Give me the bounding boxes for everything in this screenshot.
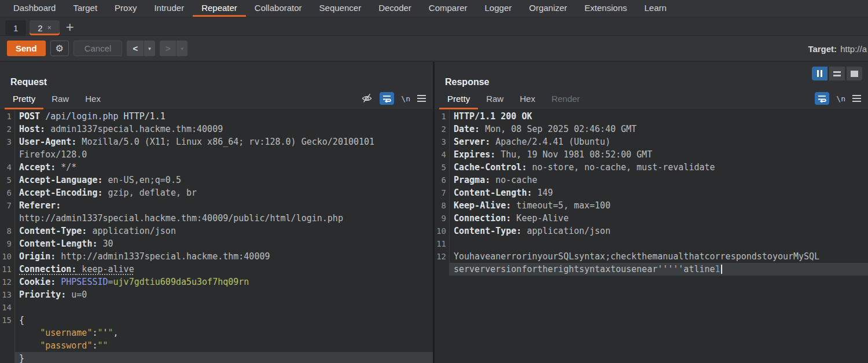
line-number: 13 [0, 288, 15, 301]
menu-item-sequencer[interactable]: Sequencer [311, 0, 370, 17]
code-line: 13Priority: u=0 [0, 288, 433, 301]
line-number: 12 [0, 276, 15, 288]
code-token: Accept: [19, 162, 56, 173]
code-token: /api/login.php [45, 111, 118, 122]
code-line: 8Content-Type: application/json [0, 225, 433, 237]
line-content: Referer: [15, 199, 433, 212]
code-token: Referer: [19, 200, 61, 211]
code-token: Accept-Encoding: [19, 188, 103, 198]
code-line: 3Server: Apache/2.4.41 (Ubuntu) [435, 135, 868, 148]
menu-item-intruder[interactable]: Intruder [145, 0, 193, 17]
menu-item-decoder[interactable]: Decoder [370, 0, 420, 17]
request-view-tab-hex[interactable]: Hex [77, 90, 109, 109]
rows-layout-icon[interactable] [829, 67, 845, 80]
code-token: Server: [454, 137, 490, 147]
show-newlines-icon[interactable]: \n [836, 94, 845, 103]
menu-item-learn[interactable]: Learn [635, 0, 675, 17]
repeater-tab-1[interactable]: 1 [5, 20, 26, 35]
line-number: 4 [435, 148, 450, 161]
menu-item-repeater[interactable]: Repeater [193, 0, 246, 17]
code-token: Thu, 19 Nov 1981 08:52:00 GMT [495, 149, 652, 160]
target-value: http://a [840, 44, 867, 54]
menu-item-comparer[interactable]: Comparer [420, 0, 476, 17]
back-button[interactable]: < ▾ [127, 41, 155, 56]
close-icon[interactable]: × [47, 24, 52, 32]
request-view-tab-pretty[interactable]: Pretty [5, 90, 43, 109]
line-content: POST /api/login.php HTTP/1.1 [15, 110, 433, 123]
line-number: 5 [435, 161, 450, 174]
editor-menu-icon[interactable] [852, 95, 861, 102]
send-button[interactable]: Send [7, 41, 46, 56]
request-view-tab-raw[interactable]: Raw [43, 90, 77, 109]
code-line: 14 [0, 301, 433, 314]
line-content: { [15, 314, 433, 327]
code-line: "username":"'", [0, 327, 433, 339]
menu-item-organizer[interactable]: Organizer [520, 0, 576, 17]
code-token: Keep-Alive: [454, 200, 511, 211]
forward-arrow-icon: > [160, 41, 177, 56]
code-token: gzip, deflate, br [103, 188, 197, 198]
code-token: Date: [454, 124, 480, 134]
line-content: Connection: Keep-Alive [450, 212, 868, 225]
code-line: 10Origin: http://admin1337special.hackme… [0, 250, 433, 263]
menu-bar: DashboardTargetProxyIntruderRepeaterColl… [0, 0, 868, 17]
code-token: ujv7gdtiu609da5u3of7hq09rn [113, 277, 249, 287]
request-editor[interactable]: 1POST /api/login.php HTTP/1.12Host: admi… [0, 110, 433, 363]
menu-item-extensions[interactable]: Extensions [576, 0, 635, 17]
line-content: Accept-Language: en-US,en;q=0.5 [15, 174, 433, 186]
menu-item-logger[interactable]: Logger [476, 0, 521, 17]
code-token: Cookie: [19, 277, 56, 287]
menu-item-collaborator[interactable]: Collaborator [246, 0, 311, 17]
code-line: 6Pragma: no-cache [435, 174, 868, 186]
line-number [0, 327, 15, 339]
editor-menu-icon[interactable] [417, 95, 426, 102]
menu-item-proxy[interactable]: Proxy [106, 0, 145, 17]
columns-layout-icon[interactable] [812, 67, 827, 80]
code-line: 8Keep-Alive: timeout=5, max=100 [435, 199, 868, 212]
line-number [0, 339, 15, 352]
line-content: HTTP/1.1 200 OK [450, 110, 868, 123]
code-token: Cache-Control: [454, 162, 527, 173]
response-editor[interactable]: 1HTTP/1.1 200 OK2Date: Mon, 08 Sep 2025 … [435, 110, 868, 276]
code-token: "username" [40, 328, 92, 338]
response-view-tab-pretty[interactable]: Pretty [439, 90, 478, 109]
code-line: 9Content-Length: 30 [0, 237, 433, 250]
line-content: User-Agent: Mozilla/5.0 (X11; Linux x86_… [15, 135, 433, 148]
code-line: 11 [435, 237, 868, 250]
code-token [56, 277, 61, 287]
code-line: 9Connection: Keep-Alive [435, 212, 868, 225]
add-tab-button[interactable]: + [66, 20, 74, 34]
response-view-tab-raw[interactable]: Raw [478, 90, 512, 109]
soft-wrap-icon[interactable] [815, 92, 829, 105]
soft-wrap-icon[interactable] [380, 92, 394, 105]
line-number: 1 [0, 110, 15, 123]
response-panel-header: Response PrettyRawHexRender \n [435, 62, 868, 110]
code-token: "" [97, 340, 108, 351]
code-token [19, 340, 40, 351]
code-token [19, 328, 40, 338]
code-line: } [0, 352, 433, 363]
code-token: ' [103, 328, 108, 338]
line-number: 6 [435, 174, 450, 186]
back-arrow-icon[interactable]: < [127, 41, 144, 56]
line-number [0, 212, 15, 225]
code-line: 12YouhaveanerrorinyourSQLsyntax;checkthe… [435, 250, 868, 263]
hide-nonprintable-icon[interactable] [361, 93, 373, 104]
single-layout-icon[interactable] [847, 67, 862, 80]
gear-icon[interactable]: ⚙ [50, 41, 69, 56]
code-line: 1HTTP/1.1 200 OK [435, 110, 868, 123]
line-content: Connection: keep-alive [15, 263, 433, 276]
response-view-tab-hex[interactable]: Hex [512, 90, 543, 109]
line-content: Content-Length: 30 [15, 237, 433, 250]
code-token: http://admin1337special.hackme.thm:40009 [56, 251, 270, 262]
menu-item-target[interactable]: Target [64, 0, 106, 17]
repeater-tab-2[interactable]: 2× [30, 20, 59, 35]
code-token: "password" [40, 340, 92, 351]
back-dropdown-icon[interactable]: ▾ [144, 41, 155, 56]
code-token: Host: [19, 124, 45, 134]
show-newlines-icon[interactable]: \n [401, 94, 410, 103]
line-content: Accept: */* [15, 161, 433, 174]
menu-item-dashboard[interactable]: Dashboard [5, 0, 64, 17]
code-token: u=0 [66, 289, 87, 300]
target-display: Target: http://a [808, 36, 867, 61]
